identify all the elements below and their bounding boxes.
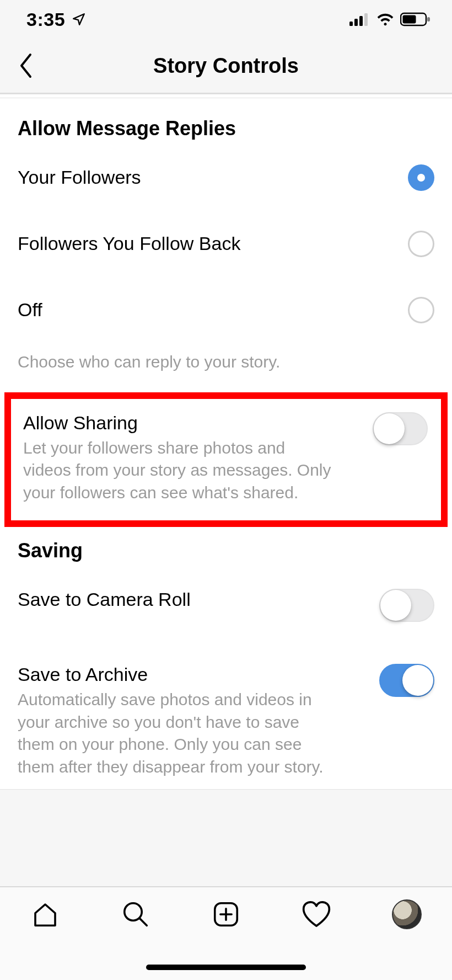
battery-icon [400, 12, 431, 26]
profile-avatar-icon [392, 899, 422, 929]
row-title: Allow Sharing [23, 412, 351, 434]
search-icon [121, 899, 150, 929]
plus-square-icon [211, 899, 241, 929]
section-heading-saving: Saving [0, 527, 452, 568]
section-heading-replies: Allow Message Replies [0, 98, 452, 146]
svg-rect-6 [427, 17, 430, 22]
heart-icon [301, 899, 332, 929]
row-description: Automatically save photos and videos in … [18, 689, 326, 778]
separator [0, 94, 452, 98]
tab-new-post[interactable] [204, 899, 248, 929]
row-title: Save to Archive [18, 664, 357, 685]
svg-point-7 [125, 903, 142, 921]
row-allow-sharing[interactable]: Allow Sharing Let your followers share p… [11, 399, 441, 521]
status-bar: 3:35 [0, 0, 452, 39]
radio-button-icon [408, 297, 434, 323]
svg-rect-3 [364, 13, 368, 26]
row-save-to-archive[interactable]: Save to Archive Automatically save photo… [0, 643, 452, 789]
row-save-to-camera-roll[interactable]: Save to Camera Roll [0, 568, 452, 643]
toggle-save-to-archive[interactable] [379, 664, 434, 697]
toggle-knob-icon [402, 665, 433, 696]
settings-content: Allow Message Replies Your Followers Fol… [0, 98, 452, 790]
page-title: Story Controls [153, 54, 299, 78]
cellular-signal-icon [349, 13, 370, 26]
tab-activity[interactable] [294, 899, 338, 929]
radio-row-off[interactable]: Off [0, 278, 452, 344]
tab-profile[interactable] [385, 899, 429, 929]
svg-rect-0 [349, 22, 353, 26]
radio-row-your-followers[interactable]: Your Followers [0, 146, 452, 212]
toggle-allow-sharing[interactable] [373, 412, 428, 445]
toggle-knob-icon [374, 413, 405, 444]
back-button[interactable] [12, 52, 40, 79]
radio-label: Followers You Follow Back [18, 233, 408, 254]
status-time: 3:35 [26, 9, 65, 30]
radio-label: Off [18, 299, 408, 321]
wifi-icon [376, 13, 395, 26]
home-icon [30, 899, 60, 929]
radio-row-followers-you-follow-back[interactable]: Followers You Follow Back [0, 212, 452, 278]
toggle-knob-icon [380, 590, 411, 621]
annotation-highlight: Allow Sharing Let your followers share p… [4, 392, 448, 528]
toggle-save-to-camera-roll[interactable] [379, 589, 434, 622]
nav-bar: Story Controls [0, 39, 452, 94]
svg-rect-5 [403, 15, 416, 24]
radio-button-icon [408, 231, 434, 257]
svg-rect-2 [359, 16, 363, 26]
divider [0, 789, 452, 790]
row-description: Let your followers share photos and vide… [23, 437, 332, 504]
home-indicator[interactable] [146, 965, 306, 970]
row-title: Save to Camera Roll [18, 589, 357, 610]
location-services-icon [72, 12, 86, 26]
tab-search[interactable] [114, 899, 158, 929]
svg-line-8 [140, 919, 147, 925]
tab-home[interactable] [23, 899, 67, 929]
section-hint-replies: Choose who can reply to your story. [0, 344, 452, 392]
svg-rect-1 [354, 19, 358, 26]
radio-button-icon [408, 164, 434, 191]
radio-label: Your Followers [18, 167, 408, 188]
